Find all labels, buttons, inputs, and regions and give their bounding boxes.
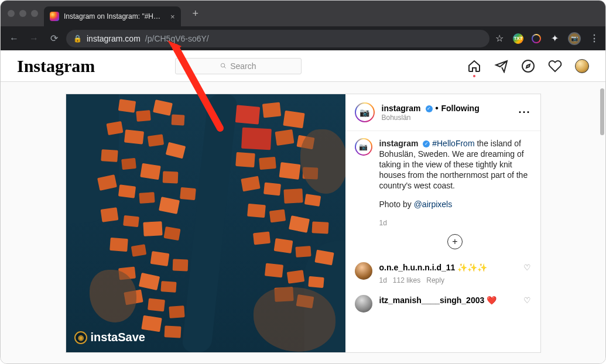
content-area: ◉ instaSave 📷 instagram ✓ • Following Bo… <box>1 82 605 364</box>
search-icon <box>220 63 227 69</box>
camera-icon: 📷 <box>360 108 369 117</box>
photo-credit-link[interactable]: @airpixels <box>414 200 453 209</box>
aerial-image <box>66 94 345 352</box>
extension-txt-icon[interactable]: TXT <box>513 33 523 44</box>
browser-tab[interactable]: Instagram on Instagram: "#Hell… × <box>44 6 181 26</box>
svg-point-2 <box>522 60 534 72</box>
commenter-username[interactable]: itz_manish____singh_2003 <box>379 296 485 305</box>
instagram-header: Instagram Search <box>1 50 605 82</box>
commenter-avatar[interactable] <box>355 295 372 313</box>
commenter-username[interactable]: o.n.e_h.u.n.n.i.d_11 <box>379 263 456 272</box>
user-avatar[interactable] <box>575 59 589 73</box>
camera-icon: ◉ <box>74 331 87 344</box>
comment-row: itz_manish____singh_2003 ❤️ ♡ <box>355 295 531 313</box>
verified-badge-icon: ✓ <box>426 105 433 112</box>
location-label[interactable]: Bohuslän <box>382 114 480 122</box>
camera-icon: 📷 <box>571 35 578 42</box>
url-path: /p/CH5qV6-so6Y/ <box>145 34 209 43</box>
svg-point-0 <box>221 63 225 67</box>
svg-line-1 <box>224 67 226 68</box>
explore-icon[interactable] <box>521 59 535 73</box>
like-comment-icon[interactable]: ♡ <box>523 295 531 305</box>
profile-avatar-icon[interactable]: 📷 <box>568 32 581 45</box>
browser-tab-strip: Instagram on Instagram: "#Hell… × + <box>1 1 605 26</box>
url-host: instagram.com <box>87 34 141 43</box>
new-tab-button[interactable]: + <box>193 8 199 20</box>
refresh-button[interactable]: ⟳ <box>46 31 61 46</box>
messages-icon[interactable] <box>494 59 508 73</box>
back-button[interactable]: ← <box>6 31 22 46</box>
window-minimize-dot[interactable] <box>19 10 26 17</box>
browser-menu-icon[interactable]: ⋮ <box>589 33 600 44</box>
author-username[interactable]: instagram <box>382 104 421 113</box>
commenter-avatar[interactable] <box>355 262 372 280</box>
caption-area: 📷 instagram ✓ #HelloFrom the island of B… <box>345 131 540 352</box>
window-close-dot[interactable] <box>8 10 15 17</box>
activity-heart-icon[interactable] <box>548 59 562 73</box>
address-bar[interactable]: 🔒 instagram.com/p/CH5qV6-so6Y/ <box>66 30 489 47</box>
extensions-puzzle-icon[interactable]: ✦ <box>549 33 560 44</box>
comment-time: 1d <box>379 275 387 286</box>
comment-row: o.n.e_h.u.n.n.i.d_11 ✨✨✨ 1d 112 likes Re… <box>355 262 531 286</box>
svg-marker-3 <box>526 64 530 68</box>
like-comment-icon[interactable]: ♡ <box>523 262 531 273</box>
bookmark-star-icon[interactable]: ☆ <box>494 33 505 44</box>
search-input[interactable]: Search <box>175 58 302 74</box>
post-media[interactable]: ◉ instaSave <box>66 94 345 352</box>
caption-username[interactable]: instagram <box>379 139 419 148</box>
watermark: ◉ instaSave <box>74 331 145 344</box>
more-options-button[interactable]: ··· <box>518 107 530 119</box>
tab-title: Instagram on Instagram: "#Hell… <box>64 12 163 20</box>
post-card: ◉ instaSave 📷 instagram ✓ • Following Bo… <box>66 94 541 353</box>
forward-button[interactable]: → <box>26 31 42 46</box>
author-avatar[interactable]: 📷 <box>355 102 375 122</box>
verified-badge-icon: ✓ <box>423 140 430 147</box>
header-nav <box>467 59 589 73</box>
search-placeholder: Search <box>230 61 256 71</box>
post-sidebar: 📷 instagram ✓ • Following Bohuslän ··· 📷 <box>345 94 540 352</box>
author-avatar-small[interactable]: 📷 <box>355 138 372 156</box>
post-time: 1d <box>379 218 531 228</box>
photo-by-label: Photo by <box>379 200 414 209</box>
caption-hashtag[interactable]: #HelloFrom <box>432 139 474 148</box>
comment-text: ✨✨✨ <box>455 263 487 272</box>
home-icon[interactable] <box>467 59 481 73</box>
window-zoom-dot[interactable] <box>31 10 38 17</box>
camera-icon: 📷 <box>359 142 368 152</box>
browser-toolbar: ← → ⟳ 🔒 instagram.com/p/CH5qV6-so6Y/ ☆ T… <box>1 26 605 50</box>
post-header: 📷 instagram ✓ • Following Bohuslän ··· <box>345 94 540 131</box>
instagram-favicon <box>50 12 59 21</box>
comment-likes[interactable]: 112 likes <box>393 275 420 286</box>
instagram-logo[interactable]: Instagram <box>17 56 95 76</box>
load-more-button[interactable]: + <box>447 234 463 249</box>
window-controls <box>8 10 38 17</box>
following-status[interactable]: Following <box>441 104 479 113</box>
comment-reply[interactable]: Reply <box>426 275 444 286</box>
separator: • <box>435 103 439 113</box>
close-icon[interactable]: × <box>170 12 175 21</box>
comment-text: ❤️ <box>484 296 497 305</box>
extension-instagram-icon[interactable] <box>532 34 541 43</box>
lock-icon: 🔒 <box>73 35 82 43</box>
page-scrollbar[interactable] <box>600 88 604 135</box>
watermark-text: instaSave <box>91 331 145 344</box>
